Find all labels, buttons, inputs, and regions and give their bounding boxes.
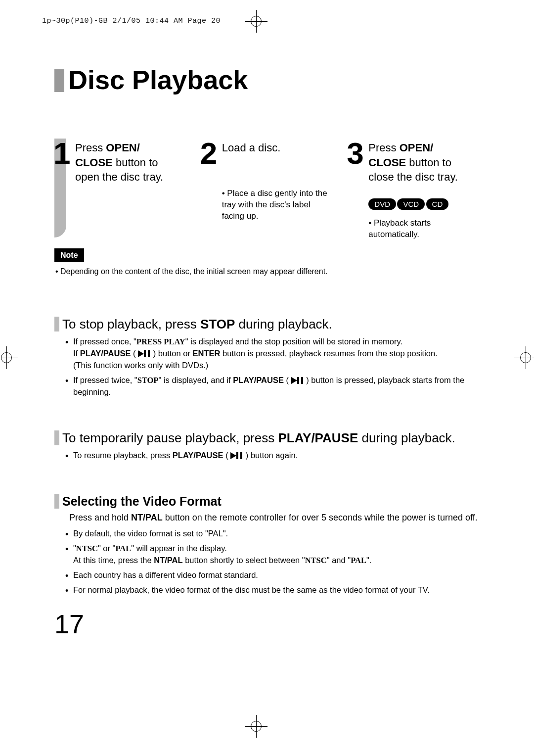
step-subtext: Place a disc gently into the tray with t…: [201, 183, 338, 222]
badge-cd: CD: [426, 198, 449, 210]
note-badge: Note: [54, 248, 84, 262]
step-text: Press OPEN/ CLOSE button to close the di…: [348, 139, 485, 194]
step-1: 1 Press OPEN/ CLOSE button to open the d…: [54, 139, 191, 240]
step-number: 2: [200, 136, 217, 171]
list-item: For normal playback, the video format of…: [73, 584, 485, 596]
step-number: 1: [53, 136, 70, 171]
page-title: Disc Playback: [54, 64, 248, 95]
disc-type-badges: DVD VCD CD: [348, 194, 485, 213]
list-item: If pressed once, "PRESS PLAY" is display…: [73, 336, 485, 372]
note-text: Depending on the content of the disc, th…: [62, 267, 328, 276]
list-item: To resume playback, press PLAY/PAUSE ( )…: [73, 450, 485, 462]
steps-row: 1 Press OPEN/ CLOSE button to open the d…: [54, 139, 485, 240]
section-stop: To stop playback, press STOP during play…: [54, 317, 485, 401]
step-3: 3 Press OPEN/ CLOSE button to close the …: [348, 139, 485, 240]
list-item: "NTSC" or "PAL" will appear in the displ…: [73, 543, 485, 567]
step-number: 3: [347, 136, 363, 171]
heading-bar-icon: [54, 430, 59, 445]
step-text: Press OPEN/ CLOSE button to open the dis…: [54, 139, 191, 194]
section-heading: To temporarily pause playback, press PLA…: [54, 430, 485, 446]
page-number: 17: [54, 609, 84, 639]
page: 1p~30p(P10)-GB 2/1/05 10:44 AM Page 20 D…: [0, 0, 534, 756]
play-pause-icon: [230, 452, 243, 459]
list-item: If pressed twice, "STOP" is displayed, a…: [73, 375, 485, 398]
section-intro: Press and hold NT/PAL button on the remo…: [54, 513, 485, 523]
section-pause: To temporarily pause playback, press PLA…: [54, 430, 485, 465]
badge-dvd: DVD: [368, 198, 396, 210]
list-item: By default, the video format is set to "…: [73, 528, 485, 540]
play-pause-icon: [138, 350, 151, 357]
section-heading: To stop playback, press STOP during play…: [54, 317, 485, 332]
step-2: 2 Load a disc. Place a disc gently into …: [201, 139, 338, 240]
list-item: Each country has a different video forma…: [73, 569, 485, 581]
heading-bar-icon: [54, 317, 59, 331]
print-header: 1p~30p(P10)-GB 2/1/05 10:44 AM Page 20: [42, 17, 221, 25]
title-bar-icon: [54, 69, 64, 92]
badge-vcd: VCD: [397, 198, 425, 210]
section-heading: Selecting the Video Format: [54, 494, 485, 509]
heading-bar-icon: [54, 494, 59, 509]
section-video-format: Selecting the Video Format Press and hol…: [54, 494, 485, 599]
play-pause-icon: [291, 377, 304, 384]
step-subtext: Playback starts automatically.: [348, 213, 485, 240]
step-text: Load a disc.: [201, 139, 338, 183]
